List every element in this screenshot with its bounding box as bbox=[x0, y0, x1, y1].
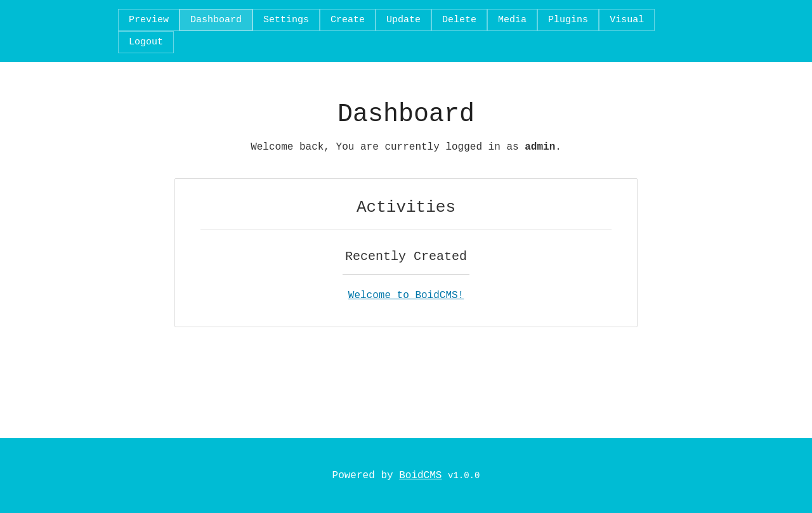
nav-delete[interactable]: Delete bbox=[431, 9, 487, 31]
activities-divider bbox=[200, 230, 612, 230]
nav-inner: Preview Dashboard Settings Create Update… bbox=[0, 0, 812, 62]
welcome-message: Welcome back, You are currently logged i… bbox=[251, 141, 561, 153]
footer-text: Powered by BoidCMS v1.0.0 bbox=[13, 470, 799, 481]
main-content: Dashboard Welcome back, You are currentl… bbox=[0, 62, 812, 438]
nav-preview[interactable]: Preview bbox=[118, 9, 180, 31]
nav-update[interactable]: Update bbox=[376, 9, 431, 31]
nav-create[interactable]: Create bbox=[320, 9, 376, 31]
page-title: Dashboard bbox=[337, 100, 475, 129]
powered-by-text: Powered by bbox=[332, 470, 400, 481]
recently-created-title: Recently Created bbox=[345, 249, 467, 264]
recently-created-divider bbox=[343, 274, 469, 275]
version-text: v1.0.0 bbox=[448, 471, 480, 481]
recently-created-section: Recently Created Welcome to BoidCMS! bbox=[200, 249, 612, 301]
nav-media[interactable]: Media bbox=[487, 9, 537, 31]
nav-logout[interactable]: Logout bbox=[118, 31, 174, 53]
footer: Powered by BoidCMS v1.0.0 bbox=[0, 438, 812, 513]
username-display: admin bbox=[525, 141, 555, 153]
cms-link[interactable]: BoidCMS bbox=[399, 470, 442, 481]
welcome-prefix: Welcome back, You are currently logged i… bbox=[251, 141, 525, 153]
activities-title: Activities bbox=[200, 198, 612, 217]
activities-card: Activities Recently Created Welcome to B… bbox=[174, 178, 638, 327]
navbar: Preview Dashboard Settings Create Update… bbox=[0, 0, 812, 62]
nav-settings[interactable]: Settings bbox=[252, 9, 320, 31]
nav-visual[interactable]: Visual bbox=[599, 9, 655, 31]
nav-plugins[interactable]: Plugins bbox=[537, 9, 599, 31]
welcome-post-link[interactable]: Welcome to BoidCMS! bbox=[348, 290, 464, 301]
welcome-suffix: . bbox=[555, 141, 561, 153]
nav-dashboard[interactable]: Dashboard bbox=[180, 9, 252, 31]
